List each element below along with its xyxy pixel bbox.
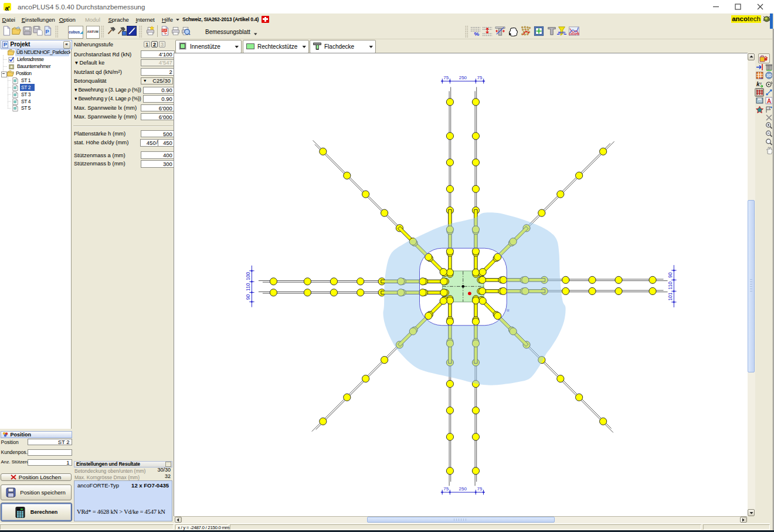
svg-text:GRAPH: GRAPH <box>569 33 579 36</box>
svg-text:%: % <box>474 31 479 36</box>
svg-text:z: z <box>760 82 762 85</box>
svg-text:FE: FE <box>759 77 762 80</box>
svg-text:110: 110 <box>245 283 251 291</box>
svg-text:250: 250 <box>459 486 467 492</box>
svg-text:u: u <box>507 307 509 313</box>
svg-text:P: P <box>46 29 49 35</box>
svg-text:3D: 3D <box>766 73 772 77</box>
svg-text:75: 75 <box>477 75 483 80</box>
svg-text:90: 90 <box>245 294 251 300</box>
svg-text:75: 75 <box>443 75 449 80</box>
svg-text:75: 75 <box>477 486 482 492</box>
svg-text:110: 110 <box>667 282 673 290</box>
svg-text:P: P <box>3 42 6 48</box>
svg-text:auto: auto <box>558 31 566 34</box>
svg-text:100: 100 <box>245 272 251 280</box>
svg-text:DXF: DXF <box>757 100 762 103</box>
svg-text:90: 90 <box>667 272 673 278</box>
svg-text:PDF: PDF <box>161 29 167 32</box>
svg-text:75: 75 <box>443 486 449 492</box>
svg-text:250: 250 <box>459 75 467 80</box>
svg-text:101: 101 <box>667 292 673 300</box>
svg-text:A: A <box>766 98 770 104</box>
